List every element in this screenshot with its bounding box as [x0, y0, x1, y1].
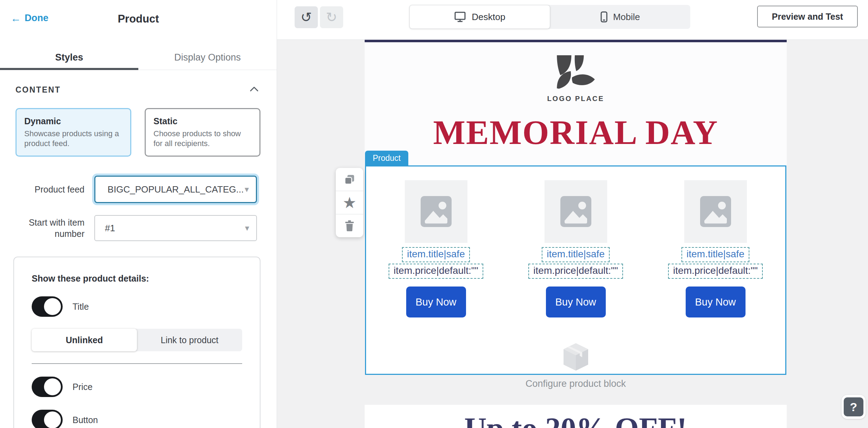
segment-link-to-product[interactable]: Link to product	[137, 329, 242, 351]
dynamic-card-description: Showcase products using a product feed.	[24, 129, 119, 149]
promo-section[interactable]: Up to 20% OFF!	[365, 405, 787, 428]
chevron-up-icon	[250, 86, 258, 92]
title-toggle[interactable]	[32, 296, 63, 317]
buy-now-button[interactable]: Buy Now	[546, 287, 606, 317]
trash-icon	[344, 220, 355, 232]
email-header-section[interactable]: LOGO PLACE MEMORIAL DAY	[365, 42, 787, 165]
package-box-icon	[561, 342, 590, 373]
sidebar-header: ← Done Product	[0, 0, 277, 47]
redo-icon: ↻	[326, 10, 337, 25]
tab-styles[interactable]: Styles	[0, 47, 138, 70]
email-canvas: LOGO PLACE MEMORIAL DAY Product item.tit…	[277, 40, 868, 428]
content-section-label: CONTENT	[15, 85, 61, 95]
product-feed-value: BIGC_POPULAR_ALL_CATEG...	[108, 184, 244, 195]
start-with-item-select[interactable]: #1 ▾	[94, 215, 257, 241]
undo-icon: ↺	[301, 10, 312, 25]
product-block-tag: Product	[365, 151, 408, 166]
device-preview-switcher: Desktop Mobile	[409, 5, 690, 29]
undo-button[interactable]: ↺	[295, 6, 318, 28]
settings-sidebar: ← Done Product Styles Display Options CO…	[0, 0, 277, 428]
configure-hint-text: Configure product block	[365, 378, 787, 389]
dynamic-source-card[interactable]: Dynamic Showcase products using a produc…	[15, 108, 131, 157]
product-image-placeholder[interactable]	[684, 180, 747, 243]
product-image-placeholder[interactable]	[405, 180, 467, 243]
mobile-phone-icon	[600, 11, 608, 23]
product-price-variable[interactable]: item.price|default:""	[528, 264, 623, 279]
product-title-variable[interactable]: item.title|safe	[681, 247, 749, 262]
title-link-segmented-control: Unlinked Link to product	[32, 329, 242, 351]
button-toggle-label: Button	[73, 415, 98, 425]
delete-block-button[interactable]	[336, 214, 363, 237]
start-with-item-value: #1	[105, 223, 115, 234]
collapse-section-button[interactable]	[249, 85, 260, 95]
tab-display-options[interactable]: Display Options	[138, 47, 277, 70]
static-card-title: Static	[153, 116, 252, 126]
email-document: LOGO PLACE MEMORIAL DAY Product item.tit…	[365, 40, 787, 165]
caret-down-icon: ▾	[245, 223, 249, 233]
sidebar-content: CONTENT Dynamic Showcase products using …	[0, 70, 277, 428]
price-toggle-label: Price	[73, 382, 93, 392]
image-placeholder-icon	[420, 195, 452, 228]
title-toggle-label: Title	[73, 302, 89, 312]
segment-unlinked[interactable]: Unlinked	[32, 329, 137, 351]
promo-headline: Up to 20% OFF!	[365, 413, 787, 428]
duplicate-block-button[interactable]	[336, 168, 363, 191]
desktop-monitor-icon	[454, 12, 466, 22]
device-tab-mobile[interactable]: Mobile	[550, 5, 690, 29]
caret-down-icon: ▾	[245, 184, 249, 194]
product-price-variable[interactable]: item.price|default:""	[668, 264, 762, 279]
section-divider	[32, 363, 242, 364]
dynamic-card-title: Dynamic	[24, 116, 122, 126]
sidebar-tabs: Styles Display Options	[0, 47, 277, 70]
buy-now-button[interactable]: Buy Now	[406, 287, 466, 317]
product-title-variable[interactable]: item.title|safe	[542, 247, 609, 262]
preview-and-test-button[interactable]: Preview and Test	[757, 6, 858, 27]
block-actions-toolbar: ★	[336, 168, 363, 237]
details-heading: Show these product details:	[32, 273, 242, 284]
start-with-item-label: Start with item number	[0, 217, 84, 240]
product-price-variable[interactable]: item.price|default:""	[389, 264, 483, 279]
product-title-variable[interactable]: item.title|safe	[402, 247, 470, 262]
toggle-knob	[44, 378, 61, 395]
question-mark-icon: ?	[844, 397, 863, 416]
mobile-tab-label: Mobile	[613, 12, 640, 23]
memorial-day-headline: MEMORIAL DAY	[365, 115, 787, 150]
email-top-border	[365, 40, 787, 42]
brand-logo-icon	[553, 55, 599, 90]
static-card-description: Choose products to show for all recipien…	[153, 129, 249, 149]
product-feed-label: Product feed	[0, 184, 84, 195]
panel-title: Product	[0, 13, 277, 25]
save-block-button[interactable]: ★	[336, 191, 363, 214]
logo-caption: LOGO PLACE	[547, 95, 604, 103]
button-toggle[interactable]	[32, 410, 63, 428]
configure-product-block-hint[interactable]: Configure product block	[365, 342, 787, 389]
static-source-card[interactable]: Static Choose products to show for all r…	[145, 108, 260, 157]
editor-toolbar: ↺ ↻ Desktop Mobile Preview and Test	[277, 0, 868, 40]
toggle-knob	[44, 298, 61, 315]
price-toggle[interactable]	[32, 377, 63, 397]
buy-now-button[interactable]: Buy Now	[686, 287, 746, 317]
product-details-card: Show these product details: Title Unlink…	[13, 257, 260, 428]
image-placeholder-icon	[699, 195, 732, 228]
help-button[interactable]: ?	[842, 395, 866, 419]
active-tab-underline	[0, 68, 138, 70]
redo-button[interactable]: ↻	[320, 6, 343, 28]
duplicate-icon	[343, 173, 356, 186]
product-feed-select[interactable]: BIGC_POPULAR_ALL_CATEG... ▾	[94, 176, 257, 203]
product-image-placeholder[interactable]	[545, 180, 607, 243]
toggle-knob	[44, 411, 61, 428]
device-tab-desktop[interactable]: Desktop	[409, 5, 550, 29]
star-icon: ★	[342, 195, 356, 210]
image-placeholder-icon	[560, 195, 592, 228]
desktop-tab-label: Desktop	[472, 12, 505, 23]
